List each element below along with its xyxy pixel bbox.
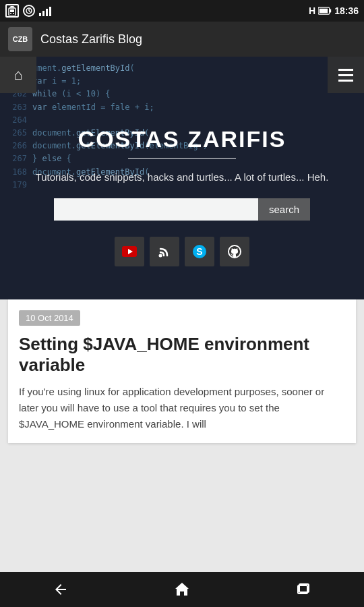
app-bar: CZB Costas Zarifis Blog xyxy=(0,22,364,57)
post-title[interactable]: Setting $JAVA_HOME environment variable xyxy=(8,326,356,381)
search-input[interactable] xyxy=(54,198,258,221)
recents-icon xyxy=(295,581,311,598)
home-nav-icon xyxy=(173,581,191,598)
sim-icon xyxy=(5,4,19,18)
bottom-nav xyxy=(0,572,364,607)
battery-icon xyxy=(318,6,332,16)
youtube-icon[interactable] xyxy=(115,237,144,266)
post-excerpt: If you're using linux for application de… xyxy=(8,381,356,443)
svg-text:S: S xyxy=(196,246,202,257)
time-display: 18:36 xyxy=(334,5,359,16)
skype-icon[interactable]: S xyxy=(185,237,214,266)
svg-rect-9 xyxy=(330,9,332,13)
svg-marker-4 xyxy=(9,6,15,7)
rss-icon[interactable] xyxy=(150,237,179,266)
signal-bars xyxy=(39,5,51,16)
post-card: 10 Oct 2014 Setting $JAVA_HOME environme… xyxy=(8,299,356,443)
svg-point-13 xyxy=(159,254,162,258)
status-icons-left xyxy=(5,4,51,18)
home-nav-button[interactable] xyxy=(155,572,209,607)
post-date-wrapper: 10 Oct 2014 xyxy=(8,299,356,326)
app-title: Costas Zarifis Blog xyxy=(40,32,356,47)
github-icon[interactable] xyxy=(220,237,249,266)
app-logo: CZB xyxy=(8,27,32,51)
hero-title: COSTAS ZARIFIS xyxy=(78,126,286,152)
search-row: search xyxy=(54,198,310,221)
post-date: 10 Oct 2014 xyxy=(19,310,80,326)
search-button[interactable]: search xyxy=(258,198,310,221)
back-icon xyxy=(53,581,69,598)
back-button[interactable] xyxy=(34,572,88,607)
signal-label: H xyxy=(309,5,315,16)
recents-button[interactable] xyxy=(276,572,330,607)
hero-divider xyxy=(128,158,236,159)
svg-line-7 xyxy=(29,11,30,12)
social-icons: S xyxy=(115,237,249,266)
notification-icon xyxy=(23,5,35,17)
content-area: 10 Oct 2014 Setting $JAVA_HOME environme… xyxy=(0,299,364,572)
status-right: H 18:36 xyxy=(309,5,359,16)
hero-subtitle: Tutorials, code snippets, hacks and turt… xyxy=(36,170,329,185)
svg-rect-1 xyxy=(10,9,14,12)
svg-rect-10 xyxy=(320,9,328,13)
hero-content: COSTAS ZARIFIS Tutorials, code snippets,… xyxy=(0,57,364,299)
hero-section: 260ument.getElementById( 261var i = 1; 2… xyxy=(0,57,364,299)
status-bar: H 18:36 xyxy=(0,0,364,22)
